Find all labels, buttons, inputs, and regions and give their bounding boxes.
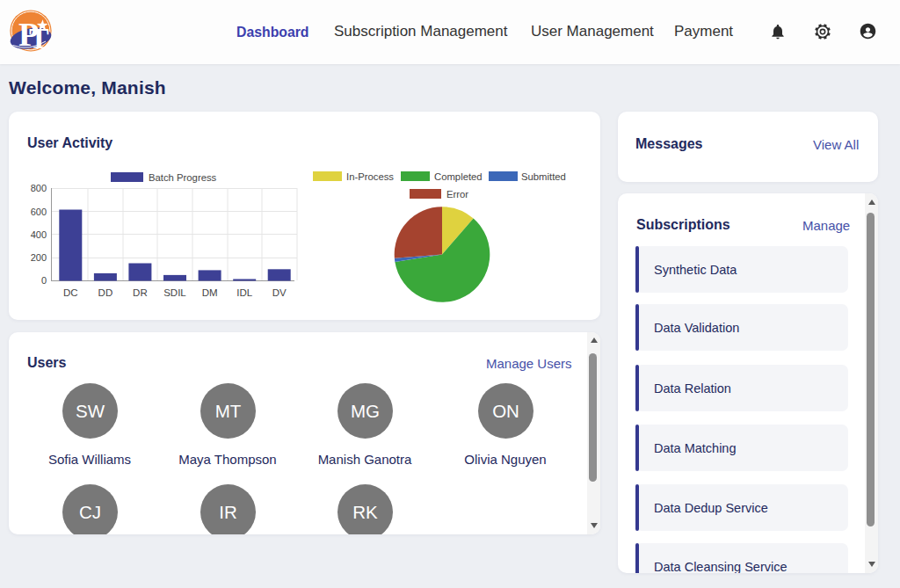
svg-text:DC: DC — [63, 287, 78, 298]
svg-text:DR: DR — [133, 287, 148, 298]
svg-text:400: 400 — [31, 229, 47, 240]
svg-text:DV: DV — [272, 287, 287, 298]
svg-text:IDL: IDL — [236, 287, 253, 298]
svg-text:200: 200 — [31, 252, 47, 263]
svg-text:T: T — [29, 22, 49, 52]
svg-text:Completed: Completed — [434, 171, 483, 182]
svg-text:800: 800 — [31, 183, 47, 193]
svg-text:SDIL: SDIL — [163, 287, 186, 298]
svg-text:Submitted: Submitted — [521, 171, 566, 182]
svg-text:In-Process: In-Process — [346, 171, 394, 182]
svg-text:Error: Error — [446, 189, 468, 200]
svg-text:DD: DD — [98, 287, 113, 298]
svg-text:0: 0 — [41, 275, 47, 286]
svg-text:600: 600 — [31, 207, 47, 217]
svg-text:Batch Progress: Batch Progress — [149, 172, 217, 183]
svg-text:DM: DM — [202, 287, 218, 298]
